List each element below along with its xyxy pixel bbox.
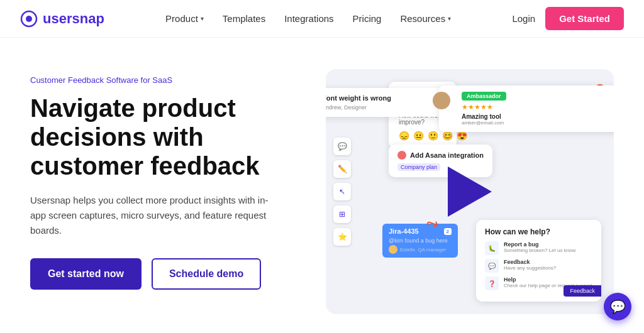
help-item-bug-sub: Something broken? Let us know	[504, 248, 575, 253]
help-widget: How can we help? 🐛 Report a bug Somethin…	[476, 220, 601, 302]
ambassador-badge: Ambassador	[462, 92, 506, 101]
float-chat-button[interactable]: 💬	[604, 293, 631, 320]
tool-chat-icon: 💬	[333, 138, 351, 155]
jira-user: Estelle, QA manager	[389, 245, 452, 254]
get-started-button[interactable]: Get started now	[30, 258, 142, 290]
hero-buttons: Get started now Schedule demo	[30, 258, 301, 290]
get-started-nav-button[interactable]: Get Started	[545, 7, 624, 30]
hero-title: Navigate product decisions with customer…	[30, 94, 301, 180]
nav-actions: Login Get Started	[512, 7, 624, 30]
avatar	[389, 245, 397, 254]
jira-id: Jira-4435 2	[389, 227, 452, 235]
ambassador-card: Ambassador ★★★★★ Amazing tool amber@emai…	[439, 85, 614, 132]
tool-edit-icon: ✏️	[333, 160, 351, 178]
nav-templates[interactable]: Templates	[223, 13, 265, 24]
star-rating: ★★★★★	[462, 103, 614, 111]
hero-illustration: 💬 ✏️ ↖ ⊞ ⭐ Happy with our product? How c…	[326, 69, 614, 314]
help-title: How can we help?	[485, 227, 592, 236]
asana-icon	[397, 151, 406, 160]
tool-star-icon: ⭐	[333, 228, 351, 246]
help-item-bug-title: Report a bug	[504, 241, 575, 248]
illustration-container: 💬 ✏️ ↖ ⊞ ⭐ Happy with our product? How c…	[326, 69, 614, 314]
hero-content: Customer Feedback Software for SaaS Navi…	[30, 69, 301, 290]
chevron-down-icon: ▾	[448, 15, 451, 22]
nav-product[interactable]: Product ▾	[165, 13, 204, 24]
help-item-bug: 🐛 Report a bug Something broken? Let us …	[485, 241, 592, 255]
help-icon: ❓	[485, 276, 499, 290]
help-item-feedback-sub: Have any suggestions?	[504, 265, 556, 271]
jira-card: Jira-4435 2 @kim found a bug here Estell…	[382, 224, 458, 258]
svg-point-1	[26, 16, 32, 22]
navbar: usersnap Product ▾ Templates Integration…	[0, 0, 644, 38]
hero-tag: Customer Feedback Software for SaaS	[30, 75, 301, 85]
nav-links: Product ▾ Templates Integrations Pricing…	[165, 13, 451, 24]
logo[interactable]: usersnap	[20, 10, 104, 28]
schedule-demo-button[interactable]: Schedule demo	[152, 258, 261, 290]
nav-resources[interactable]: Resources ▾	[400, 13, 451, 24]
feedback-icon: 💬	[485, 259, 499, 273]
ambassador-avatar	[433, 92, 450, 109]
ambassador-email: amber@email.com	[462, 120, 614, 126]
nav-integrations[interactable]: Integrations	[284, 13, 333, 24]
tool-arrow-icon: ↖	[333, 183, 351, 200]
toolbar: 💬 ✏️ ↖ ⊞ ⭐	[333, 138, 351, 246]
company-tag: Company plan	[397, 163, 440, 171]
jira-message: @kim found a bug here	[389, 237, 452, 244]
login-button[interactable]: Login	[512, 13, 535, 24]
tool-crop-icon: ⊞	[333, 205, 351, 223]
chevron-down-icon: ▾	[201, 15, 204, 22]
play-triangle-icon	[448, 166, 492, 217]
brand-name: usersnap	[43, 11, 104, 27]
feedback-button[interactable]: Feedback	[564, 285, 601, 297]
hero-description: Usersnap helps you collect more product …	[30, 193, 269, 238]
hero-section: Customer Feedback Software for SaaS Navi…	[0, 38, 644, 333]
play-arrow	[448, 166, 492, 217]
jira-badge: 2	[444, 228, 452, 235]
help-item-feedback: 💬 Feedback Have any suggestions?	[485, 259, 592, 273]
help-item-feedback-title: Feedback	[504, 259, 556, 265]
bug-icon: 🐛	[485, 241, 499, 255]
emoji-rating: 😞 😐 🙂 😊 😍	[399, 131, 447, 141]
chat-icon: 💬	[610, 299, 626, 314]
asana-title: Add Asana integration	[397, 151, 484, 160]
nav-pricing[interactable]: Pricing	[353, 13, 382, 24]
ambassador-text: Amazing tool	[462, 113, 614, 120]
help-item-help-title: Help	[504, 276, 592, 283]
